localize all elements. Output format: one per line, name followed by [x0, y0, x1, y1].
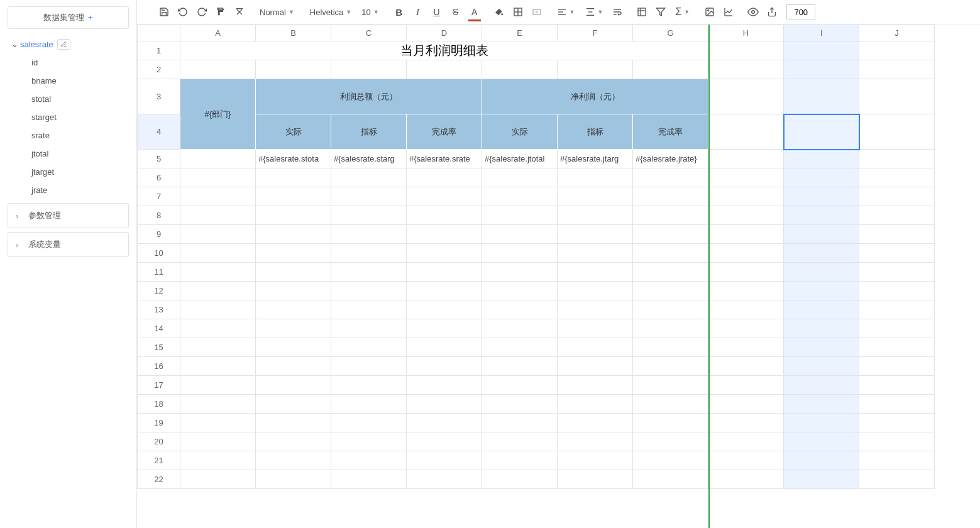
freeze-icon[interactable]: [634, 4, 650, 20]
cell[interactable]: [784, 168, 859, 187]
row-header-19[interactable]: 19: [138, 414, 180, 432]
row-header-12[interactable]: 12: [138, 282, 180, 300]
cell[interactable]: [708, 244, 784, 263]
cell[interactable]: [784, 263, 859, 282]
cell[interactable]: [256, 376, 331, 395]
cell[interactable]: [180, 395, 256, 414]
tree-node-salesrate[interactable]: ⌄ salesrate: [9, 35, 130, 53]
cell[interactable]: [256, 282, 331, 300]
row-header-16[interactable]: 16: [138, 357, 180, 376]
cell[interactable]: [558, 470, 633, 489]
cell[interactable]: [331, 263, 407, 282]
cell[interactable]: [482, 282, 558, 300]
save-icon[interactable]: [156, 4, 172, 20]
cell[interactable]: [180, 150, 256, 168]
cell[interactable]: [482, 414, 558, 432]
cell[interactable]: [256, 432, 331, 451]
cell[interactable]: [256, 300, 331, 319]
cell[interactable]: [256, 225, 331, 244]
cell[interactable]: [331, 414, 407, 432]
formula-dropdown[interactable]: Σ ▼: [671, 4, 693, 20]
panel-param[interactable]: › 参数管理: [8, 203, 129, 228]
col-header-A[interactable]: A: [180, 25, 256, 41]
cell[interactable]: [708, 150, 784, 168]
row-header-3[interactable]: 3: [138, 79, 180, 114]
row-header-17[interactable]: 17: [138, 376, 180, 395]
field-bname[interactable]: bname: [31, 72, 130, 90]
cell[interactable]: [407, 376, 482, 395]
row-header-6[interactable]: 6: [138, 168, 180, 187]
col-header-D[interactable]: D: [407, 25, 482, 41]
image-icon[interactable]: [702, 4, 718, 20]
subheader[interactable]: 完成率: [633, 114, 708, 150]
cell[interactable]: [784, 41, 859, 60]
cell[interactable]: [558, 357, 633, 376]
cell[interactable]: [482, 168, 558, 187]
row-header-13[interactable]: 13: [138, 300, 180, 319]
row-header-5[interactable]: 5: [138, 150, 180, 168]
cell[interactable]: [558, 432, 633, 451]
cell[interactable]: [708, 470, 784, 489]
cell[interactable]: [407, 432, 482, 451]
paint-format-icon[interactable]: [212, 4, 229, 20]
cell[interactable]: [708, 225, 784, 244]
cell[interactable]: [180, 263, 256, 282]
row-header-7[interactable]: 7: [138, 187, 180, 206]
cell[interactable]: [633, 60, 708, 79]
subheader[interactable]: 实际: [482, 114, 558, 150]
cell[interactable]: [859, 414, 935, 432]
cell[interactable]: [633, 357, 708, 376]
row-header-14[interactable]: 14: [138, 319, 180, 338]
header-dept[interactable]: #{部门}: [180, 79, 256, 150]
cell[interactable]: [558, 338, 633, 357]
cell[interactable]: [407, 357, 482, 376]
cell[interactable]: [407, 300, 482, 319]
cell[interactable]: [331, 168, 407, 187]
halign-dropdown[interactable]: ▼: [553, 4, 579, 19]
row-header-22[interactable]: 22: [138, 470, 180, 489]
cell[interactable]: [708, 187, 784, 206]
cell[interactable]: [784, 300, 859, 319]
col-header-G[interactable]: G: [633, 25, 708, 41]
cell[interactable]: [482, 376, 558, 395]
cell[interactable]: [859, 244, 935, 263]
cell[interactable]: [482, 263, 558, 282]
cell[interactable]: [407, 244, 482, 263]
subheader[interactable]: 指标: [558, 114, 633, 150]
row-header-11[interactable]: 11: [138, 263, 180, 282]
cell[interactable]: [256, 470, 331, 489]
cell[interactable]: [784, 395, 859, 414]
field-starget[interactable]: starget: [31, 108, 130, 126]
wrap-text-icon[interactable]: [609, 4, 625, 20]
cell[interactable]: [407, 60, 482, 79]
header-profit-total[interactable]: 利润总额（元）: [256, 79, 482, 114]
cell[interactable]: [256, 263, 331, 282]
style-dropdown[interactable]: Normal ▼: [256, 5, 298, 19]
cell[interactable]: [633, 168, 708, 187]
cell[interactable]: [708, 357, 784, 376]
cell[interactable]: [180, 414, 256, 432]
cell[interactable]: [784, 150, 859, 168]
cell[interactable]: [256, 206, 331, 225]
cell[interactable]: [407, 168, 482, 187]
cell[interactable]: [482, 432, 558, 451]
cell[interactable]: [859, 187, 935, 206]
merge-icon[interactable]: [529, 4, 545, 20]
cell[interactable]: [784, 187, 859, 206]
col-header-I[interactable]: I: [784, 25, 859, 41]
cell[interactable]: [331, 187, 407, 206]
cell[interactable]: [256, 60, 331, 79]
cell[interactable]: [558, 168, 633, 187]
cell[interactable]: [633, 244, 708, 263]
data-cell[interactable]: #{salesrate.starg: [331, 150, 407, 168]
col-header-F[interactable]: F: [558, 25, 633, 41]
field-srate[interactable]: srate: [31, 126, 130, 145]
border-icon[interactable]: [510, 4, 526, 20]
cell[interactable]: [407, 319, 482, 338]
data-cell[interactable]: #{salesrate.stota: [256, 150, 331, 168]
cell[interactable]: [407, 263, 482, 282]
fontsize-dropdown[interactable]: 10 ▼: [358, 5, 382, 19]
cell[interactable]: [859, 60, 935, 79]
cell[interactable]: [331, 206, 407, 225]
cell[interactable]: [859, 150, 935, 168]
